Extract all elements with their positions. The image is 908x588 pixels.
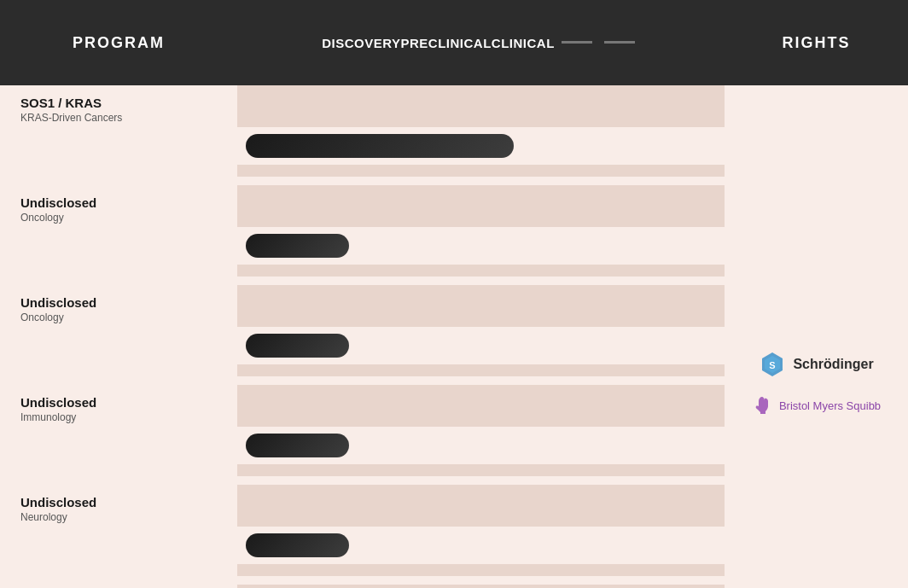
body-area: SOS1 / KRAS KRAS-Driven Cancers [0, 85, 908, 588]
spacer-mid-sos1 [237, 165, 725, 177]
pipeline-header-label: DISCOVERYPRECLINICALCLINICAL [322, 36, 555, 50]
pipeline-header: DISCOVERYPRECLINICALCLINICAL [237, 0, 725, 85]
prog-label-uo2: Undisclosed Oncology [0, 285, 725, 327]
prog-empty-sos1 [0, 127, 237, 165]
schrodinger-icon: S [759, 351, 786, 378]
prog-bar-visual-sos1 [246, 134, 514, 158]
program-header-label: PROGRAM [73, 34, 165, 52]
prog-label-ui: Undisclosed Immunology [0, 385, 725, 427]
prog-sub-un: Neurology [20, 511, 220, 523]
prog-label-uo1: Undisclosed Oncology [0, 185, 725, 227]
prog-sub-uo1: Oncology [20, 212, 220, 224]
program-pipeline-area: SOS1 / KRAS KRAS-Driven Cancers [0, 85, 725, 588]
pipeline-bar-cell-ui [237, 427, 725, 464]
pipeline-bar-cell-sos1 [237, 127, 725, 165]
spacer-left-sos1 [0, 165, 237, 177]
rights-panel: S Schrödinger Bristol Myers Squibb [725, 85, 908, 588]
prog-name-cell-pd: Protein Degraders Oncology, Immunology a… [0, 585, 237, 588]
prog-sub-uo2: Oncology [20, 311, 220, 323]
prog-spacer-sos1 [0, 165, 725, 177]
dash1 [562, 41, 592, 44]
prog-sub-ui: Immunology [20, 411, 220, 423]
rights-header-label: RIGHTS [782, 34, 850, 52]
dash2 [604, 41, 635, 44]
prog-name-ui: Undisclosed [20, 395, 220, 410]
prog-name-cell-sos1: SOS1 / KRAS KRAS-Driven Cancers [0, 85, 237, 127]
prog-name-uo1: Undisclosed [20, 195, 220, 210]
pipeline-bar-cell-uo1 [237, 227, 725, 265]
prog-bar-sos1 [0, 127, 725, 165]
prog-label-sos1: SOS1 / KRAS KRAS-Driven Cancers [0, 85, 725, 127]
prog-bar-visual-ui [246, 434, 349, 457]
prog-name-cell-uo2: Undisclosed Oncology [0, 285, 237, 327]
bms-icon [752, 395, 772, 416]
prog-name-cell-un: Undisclosed Neurology [0, 485, 237, 527]
prog-bar-visual-uo1 [246, 234, 349, 258]
prog-bar-visual-uo2 [246, 334, 349, 358]
prog-name-sos1: SOS1 / KRAS [20, 96, 220, 110]
header-row: PROGRAM DISCOVERYPRECLINICALCLINICAL RIG… [0, 0, 908, 85]
prog-label-un: Undisclosed Neurology [0, 485, 725, 527]
prog-bar-visual-un [246, 533, 349, 557]
prog-label-pd: Protein Degraders Oncology, Immunology a… [0, 585, 725, 588]
pipeline-stripe-uo1-top [237, 185, 725, 227]
schrodinger-logo: S Schrödinger [759, 351, 873, 378]
prog-name-uo2: Undisclosed [20, 295, 220, 310]
prog-name-cell-ui: Undisclosed Immunology [0, 385, 237, 427]
rights-header: RIGHTS [725, 0, 908, 85]
prog-name-un: Undisclosed [20, 495, 220, 509]
pipeline-chart: PROGRAM DISCOVERYPRECLINICALCLINICAL RIG… [0, 0, 908, 588]
prog-name-cell-uo1: Undisclosed Oncology [0, 185, 237, 227]
pipeline-bar-cell-un [237, 527, 725, 564]
gap-after-sos1 [0, 177, 725, 185]
svg-text:S: S [770, 360, 776, 370]
pipeline-stripe-sos1-top [237, 85, 725, 127]
schrodinger-name: Schrödinger [793, 357, 873, 372]
bms-logo: Bristol Myers Squibb [752, 395, 881, 416]
bms-name: Bristol Myers Squibb [779, 399, 881, 412]
prog-bar-uo1 [0, 227, 725, 265]
program-header: PROGRAM [0, 0, 237, 85]
prog-sub-sos1: KRAS-Driven Cancers [20, 112, 220, 124]
pipeline-bar-cell-uo2 [237, 327, 725, 364]
